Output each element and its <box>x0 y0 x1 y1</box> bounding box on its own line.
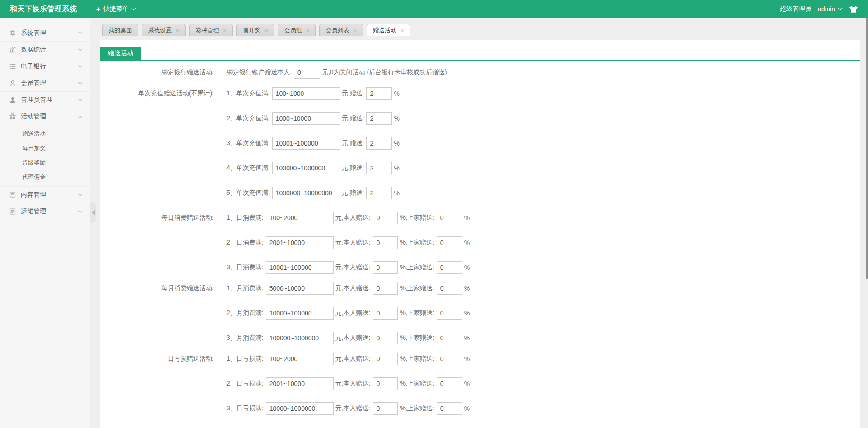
tab-member-group[interactable]: 会员组× <box>278 24 316 36</box>
range-input[interactable] <box>266 307 334 320</box>
sidebar-item-label: 内容管理 <box>21 191 46 199</box>
self-percent-input[interactable] <box>373 332 398 344</box>
close-icon[interactable]: × <box>353 28 357 33</box>
self-percent-input[interactable] <box>373 377 398 390</box>
self-percent-input[interactable] <box>373 402 398 415</box>
parent-percent-input[interactable] <box>437 402 462 415</box>
percent-input[interactable] <box>366 112 392 125</box>
sidebar-collapse-handle[interactable] <box>90 202 96 223</box>
parent-percent-input[interactable] <box>437 282 462 295</box>
user-role: 超级管理员 <box>780 5 811 13</box>
percent-input[interactable] <box>366 187 392 199</box>
percent-input[interactable] <box>366 162 392 174</box>
give-label: 元,赠送: <box>342 139 364 147</box>
tab-lottery-manage[interactable]: 彩种管理× <box>189 24 233 36</box>
range-input[interactable] <box>266 212 334 224</box>
tab-system-settings[interactable]: 系统设置× <box>142 24 186 36</box>
percent-sign: % <box>464 239 470 246</box>
parent-percent-input[interactable] <box>437 377 462 390</box>
sidebar-item-ops-manage[interactable]: 运维管理 <box>0 203 90 220</box>
form-row-monthly-consume-1: 每月消费赠送活动: 1、月消费满: 元,本人赠送: %,上家赠送: % <box>100 282 860 295</box>
range-input[interactable] <box>272 162 340 174</box>
sidebar-subitem-agent-commission[interactable]: 代理佣金 <box>0 170 90 184</box>
tab-pre-draw[interactable]: 预开奖× <box>236 24 274 36</box>
self-percent-input[interactable] <box>373 307 398 320</box>
sidebar-item-system-manage[interactable]: 系统管理 <box>0 24 90 41</box>
sidebar-subitem-gift-activity[interactable]: 赠送活动 <box>0 127 90 141</box>
user-menu[interactable]: admin <box>818 5 843 13</box>
tab-bar: 我的桌面 系统设置× 彩种管理× 预开奖× 会员组× 会员列表× 赠送活动× <box>90 18 868 36</box>
range-input[interactable] <box>272 187 340 199</box>
sidebar-item-content-manage[interactable]: 内容管理 <box>0 186 90 203</box>
row-label: 1、单次充值满: <box>226 89 270 98</box>
parent-percent-input[interactable] <box>437 236 462 249</box>
bar-chart-icon <box>9 46 16 53</box>
close-icon[interactable]: × <box>264 28 268 33</box>
topbar: 和天下娱乐管理系统 + 快捷菜单 超级管理员 admin <box>0 0 868 18</box>
chevron-down-icon <box>78 193 83 197</box>
sidebar-item-e-bank[interactable]: 电子银行 <box>0 58 90 75</box>
content-panel: 赠送活动 绑定银行赠送活动: 绑定银行账户赠送本人: 元,0为关闭活动 (后台银… <box>100 40 860 428</box>
parent-give-label: %,上家赠送: <box>400 214 434 222</box>
self-percent-input[interactable] <box>373 282 398 295</box>
chevron-down-icon <box>78 48 83 52</box>
sidebar-item-data-stats[interactable]: 数据统计 <box>0 41 90 58</box>
sidebar-item-label: 活动管理 <box>21 113 46 121</box>
tab-member-list[interactable]: 会员列表× <box>319 24 363 36</box>
app-title: 和天下娱乐管理系统 <box>10 5 77 14</box>
form-row-recharge-4: 4、单次充值满: 元,赠送: % <box>100 162 860 174</box>
self-percent-input[interactable] <box>373 212 398 224</box>
parent-percent-input[interactable] <box>437 353 462 365</box>
range-input[interactable] <box>266 353 334 365</box>
row-label: 3、日消费满: <box>226 263 264 272</box>
range-input[interactable] <box>266 282 334 295</box>
sidebar-subitem-promotion-reward[interactable]: 晋级奖励 <box>0 155 90 170</box>
group-label: 每日消费赠送活动: <box>100 214 220 222</box>
row-label: 2、日消费满: <box>226 239 264 247</box>
tab-label: 系统设置 <box>148 26 172 34</box>
chevron-down-icon <box>78 65 83 68</box>
range-input[interactable] <box>272 87 340 100</box>
form-row-monthly-consume-3: 3、月消费满: 元,本人赠送: %,上家赠送: % <box>100 332 860 344</box>
close-icon[interactable]: × <box>176 28 179 33</box>
range-input[interactable] <box>266 236 334 249</box>
parent-percent-input[interactable] <box>437 261 462 274</box>
range-input[interactable] <box>266 402 334 415</box>
sidebar-item-member-manage[interactable]: 会员管理 <box>0 75 90 91</box>
theme-shirt-icon[interactable] <box>849 5 858 13</box>
tab-label: 会员列表 <box>326 26 349 34</box>
close-icon[interactable]: × <box>306 28 310 33</box>
parent-percent-input[interactable] <box>437 332 462 344</box>
sidebar-item-label: 运维管理 <box>21 207 46 216</box>
scrollbar[interactable] <box>866 17 868 279</box>
range-input[interactable] <box>266 377 334 390</box>
self-percent-input[interactable] <box>373 353 398 365</box>
form-row-recharge-2: 2、单次充值满: 元,赠送: % <box>100 112 860 125</box>
percent-input[interactable] <box>366 87 392 100</box>
main-area: 我的桌面 系统设置× 彩种管理× 预开奖× 会员组× 会员列表× 赠送活动× 赠… <box>90 18 868 428</box>
row-label: 2、日亏损满: <box>226 380 264 388</box>
tab-my-desktop[interactable]: 我的桌面 <box>102 24 138 36</box>
tab-gift-activity[interactable]: 赠送活动× <box>367 24 410 36</box>
self-percent-input[interactable] <box>373 261 398 274</box>
list-icon <box>9 63 16 70</box>
activity-submenu: 赠送活动 每日加奖 晋级奖励 代理佣金 <box>0 125 90 186</box>
range-input[interactable] <box>272 112 340 125</box>
sidebar-subitem-daily-bonus[interactable]: 每日加奖 <box>0 141 90 155</box>
close-icon[interactable]: × <box>223 28 227 33</box>
percent-input[interactable] <box>366 137 392 150</box>
bind-bank-amount-input[interactable] <box>294 66 320 79</box>
percent-sign: % <box>464 310 470 317</box>
percent-sign: % <box>464 334 470 342</box>
range-input[interactable] <box>266 332 334 344</box>
parent-percent-input[interactable] <box>437 212 462 224</box>
self-percent-input[interactable] <box>373 236 398 249</box>
sidebar-item-admin-manage[interactable]: 管理员管理 <box>0 91 90 108</box>
parent-give-label: %,上家赠送: <box>400 239 434 247</box>
close-icon[interactable]: × <box>401 28 404 33</box>
parent-percent-input[interactable] <box>437 307 462 320</box>
quick-menu-button[interactable]: + 快捷菜单 <box>96 5 137 13</box>
range-input[interactable] <box>272 137 340 150</box>
range-input[interactable] <box>266 261 334 274</box>
sidebar-item-activity-manage[interactable]: 活动管理 <box>0 108 90 125</box>
